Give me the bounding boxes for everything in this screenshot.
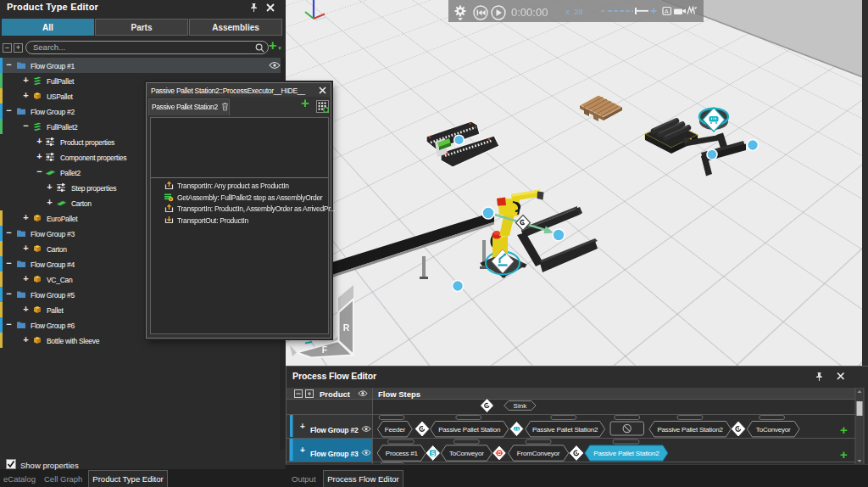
svg-text:A: A — [665, 8, 669, 14]
svg-text:S: S — [431, 450, 435, 457]
svg-text:ToConveyor: ToConveyor — [449, 450, 484, 457]
svg-text:+: + — [300, 445, 305, 455]
svg-text:Product: Product — [320, 389, 351, 399]
svg-text:0:00:00: 0:00:00 — [511, 6, 548, 19]
svg-text:Passive Pallet Station: Passive Pallet Station — [438, 426, 500, 434]
svg-text:Sink: Sink — [514, 402, 528, 410]
svg-text:Passive Pallet Station2: Passive Pallet Station2 — [657, 426, 723, 434]
svg-text:28: 28 — [574, 7, 583, 16]
svg-text:+: + — [300, 422, 305, 431]
svg-text:Passive Pallet Station2: Passive Pallet Station2 — [532, 426, 598, 434]
svg-text:R: R — [343, 322, 350, 333]
svg-text:Flow Group #3: Flow Group #3 — [310, 450, 359, 458]
svg-text:x: x — [565, 7, 570, 16]
svg-text:FromConveyor: FromConveyor — [517, 450, 560, 457]
svg-text:+: + — [840, 423, 848, 437]
svg-text:Flow Steps: Flow Steps — [378, 389, 420, 399]
svg-text:Feeder: Feeder — [385, 426, 406, 434]
svg-text:Process #1: Process #1 — [386, 450, 419, 457]
svg-text:Passive Pallet Station2: Passive Pallet Station2 — [593, 450, 659, 457]
svg-text:F: F — [322, 344, 328, 355]
svg-text:ToConveyor: ToConveyor — [756, 426, 791, 434]
svg-text:Flow Group #2: Flow Group #2 — [310, 426, 359, 434]
svg-text:+: + — [840, 447, 848, 462]
